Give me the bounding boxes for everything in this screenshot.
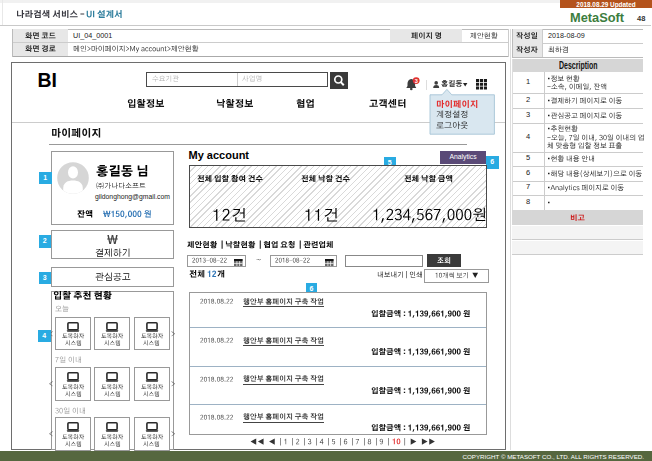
svg-text:3: 3 [415, 78, 418, 84]
